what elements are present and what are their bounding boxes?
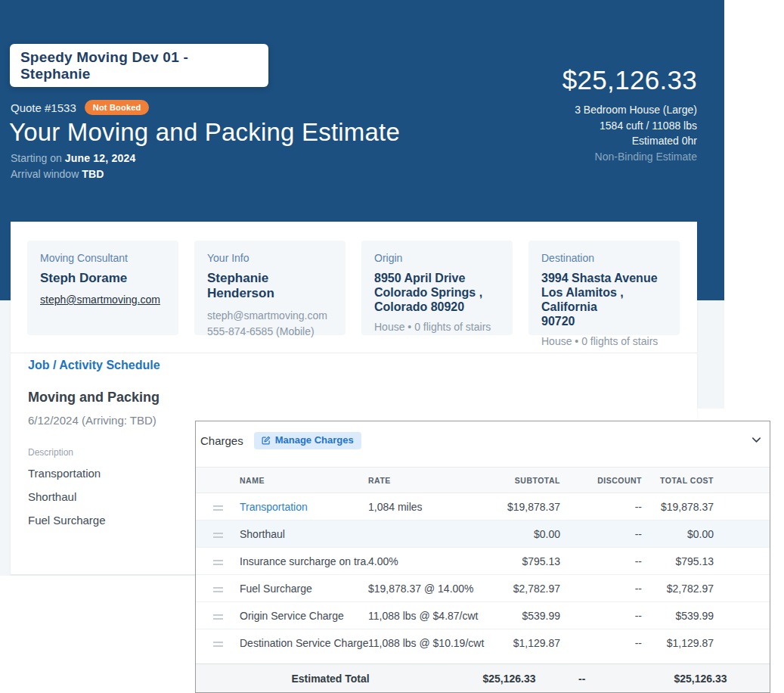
section-divider: [11, 353, 697, 353]
table-row: Insurance surcharge on tra... 4.00% $795…: [196, 548, 770, 575]
charges-table: NAME RATE SUBTOTAL DISCOUNT TOTAL COST T…: [196, 467, 770, 657]
charge-total: $539.99: [642, 602, 770, 629]
handle-column-header: [196, 468, 240, 493]
quote-row: Quote #1533 Not Booked: [11, 100, 149, 115]
table-row: Transportation 1,084 miles $19,878.37 --…: [196, 493, 770, 521]
charge-discount: --: [560, 575, 642, 602]
charge-subtotal: $2,782.97: [500, 575, 560, 602]
arrival-line: Arrival windowTBD: [11, 168, 104, 180]
status-badge: Not Booked: [85, 100, 150, 115]
charge-total: $0.00: [642, 521, 770, 548]
drag-handle-icon[interactable]: [213, 642, 223, 647]
description-item: Shorthaul: [28, 490, 160, 503]
total-cost-column-header: TOTAL COST: [642, 468, 770, 493]
job-schedule-heading: Job / Activity Schedule: [28, 359, 160, 372]
charge-rate: 1,084 miles: [368, 493, 500, 521]
estimated-total-label: Estimated Total: [292, 664, 388, 692]
origin-label: Origin: [374, 252, 500, 264]
consultant-email-link[interactable]: steph@smartmoving.com: [40, 294, 160, 306]
company-name: Speedy Moving Dev 01 - Stephanie: [20, 49, 258, 82]
charges-panel: Charges Manage Charges NAME RATE SUBTOTA…: [195, 421, 770, 693]
chevron-down-icon: [751, 434, 762, 446]
destination-meta: House • 0 flights of stairs: [541, 335, 667, 347]
charge-discount: --: [560, 521, 642, 548]
charge-subtotal: $0.00: [500, 521, 560, 548]
estimate-summary: $25,126.33 3 Bedroom House (Large) 1584 …: [562, 65, 697, 164]
starting-label: Starting on: [11, 152, 62, 164]
table-row: Origin Service Charge 11,088 lbs @ $4.87…: [196, 602, 770, 629]
estimated-total-cost: $25,126.33: [674, 664, 770, 692]
charges-table-header: NAME RATE SUBTOTAL DISCOUNT TOTAL COST: [196, 468, 770, 493]
charge-subtotal: $795.13: [500, 548, 560, 575]
page-title: Your Moving and Packing Estimate: [9, 118, 400, 147]
charges-title: Charges: [200, 432, 243, 449]
arrival-label: Arrival window: [11, 168, 79, 180]
drag-handle-icon[interactable]: [213, 560, 223, 565]
info-box-consultant: Moving Consultant Steph Dorame steph@sma…: [27, 241, 178, 335]
drag-handle-icon[interactable]: [213, 587, 223, 592]
customer-label: Your Info: [207, 252, 333, 264]
manage-charges-button[interactable]: Manage Charges: [254, 432, 361, 449]
charge-discount: --: [560, 629, 642, 657]
charge-name: Origin Service Charge: [240, 602, 368, 629]
info-box-customer: Your Info Stephanie Henderson steph@smar…: [194, 241, 346, 335]
drag-handle-icon[interactable]: [213, 533, 223, 538]
binding-type: Non-Binding Estimate: [562, 149, 697, 165]
destination-label: Destination: [541, 252, 667, 264]
origin-address: 8950 April Drive Colorado Springs , Colo…: [374, 271, 500, 314]
charge-total: $795.13: [642, 548, 770, 575]
origin-meta: House • 0 flights of stairs: [374, 321, 500, 333]
arrival-value: TBD: [82, 168, 104, 180]
description-item: Transportation: [28, 467, 160, 480]
volume-weight: 1584 cuft / 11088 lbs: [562, 118, 697, 134]
description-item: Fuel Surcharge: [28, 514, 160, 527]
description-label: Description: [28, 447, 160, 458]
charge-subtotal: $539.99: [500, 602, 560, 629]
manage-charges-label: Manage Charges: [275, 435, 354, 446]
charge-name: Insurance surcharge on tra...: [240, 548, 368, 575]
job-activity-section: Job / Activity Schedule Moving and Packi…: [28, 359, 160, 537]
charge-name-link[interactable]: Transportation: [240, 501, 308, 513]
info-boxes-row: Moving Consultant Steph Dorame steph@sma…: [27, 241, 680, 335]
customer-phone: 555-874-6585 (Mobile): [207, 324, 333, 340]
charge-rate: [368, 521, 500, 548]
estimated-hours: Estimated 0hr: [562, 133, 697, 149]
estimate-total-price: $25,126.33: [562, 65, 697, 95]
drag-handle-icon[interactable]: [213, 505, 223, 511]
estimated-total-subtotal: $25,126.33: [483, 664, 579, 692]
job-title: Moving and Packing: [28, 390, 160, 406]
charge-total: $19,878.37: [642, 493, 770, 521]
charge-subtotal: $19,878.37: [500, 493, 560, 521]
discount-column-header: DISCOUNT: [560, 468, 642, 493]
charge-discount: --: [560, 493, 642, 521]
charge-total: $1,129.87: [642, 629, 770, 657]
info-box-destination: Destination 3994 Shasta Avenue Los Alami…: [528, 241, 680, 335]
home-type: 3 Bedroom House (Large): [562, 102, 697, 118]
charge-rate: 11,088 lbs @ $10.19/cwt: [368, 629, 500, 657]
subtotal-column-header: SUBTOTAL: [500, 468, 560, 493]
customer-email: steph@smartmoving.com: [207, 308, 333, 324]
edit-icon: [262, 436, 271, 445]
charge-rate: 11,088 lbs @ $4.87/cwt: [368, 602, 500, 629]
table-row: Shorthaul $0.00 -- $0.00: [196, 521, 770, 548]
collapse-charges-button[interactable]: [749, 433, 764, 449]
charge-discount: --: [560, 602, 642, 629]
charges-header: Charges Manage Charges: [196, 421, 770, 467]
table-row: Destination Service Charge 11,088 lbs @ …: [196, 629, 770, 657]
drag-handle-icon[interactable]: [213, 614, 223, 620]
starting-line: Starting onJune 12, 2024: [11, 152, 135, 164]
charge-subtotal: $1,129.87: [500, 629, 560, 657]
info-box-origin: Origin 8950 April Drive Colorado Springs…: [361, 241, 513, 335]
charge-name: Fuel Surcharge: [240, 575, 368, 602]
destination-address: 3994 Shasta Avenue Los Alamitos , Califo…: [541, 271, 667, 328]
estimated-total-row: Estimated Total $25,126.33 -- $25,126.33: [196, 663, 770, 692]
name-column-header: NAME: [240, 468, 368, 493]
consultant-name: Steph Dorame: [40, 271, 166, 286]
charge-total: $2,782.97: [642, 575, 770, 602]
rate-column-header: RATE: [368, 468, 500, 493]
customer-name: Stephanie Henderson: [207, 271, 333, 301]
starting-date: June 12, 2024: [65, 152, 136, 164]
charge-name: Shorthaul: [240, 521, 368, 548]
table-row: Fuel Surcharge $19,878.37 @ 14.00% $2,78…: [196, 575, 770, 602]
charge-name: Destination Service Charge: [240, 629, 368, 657]
